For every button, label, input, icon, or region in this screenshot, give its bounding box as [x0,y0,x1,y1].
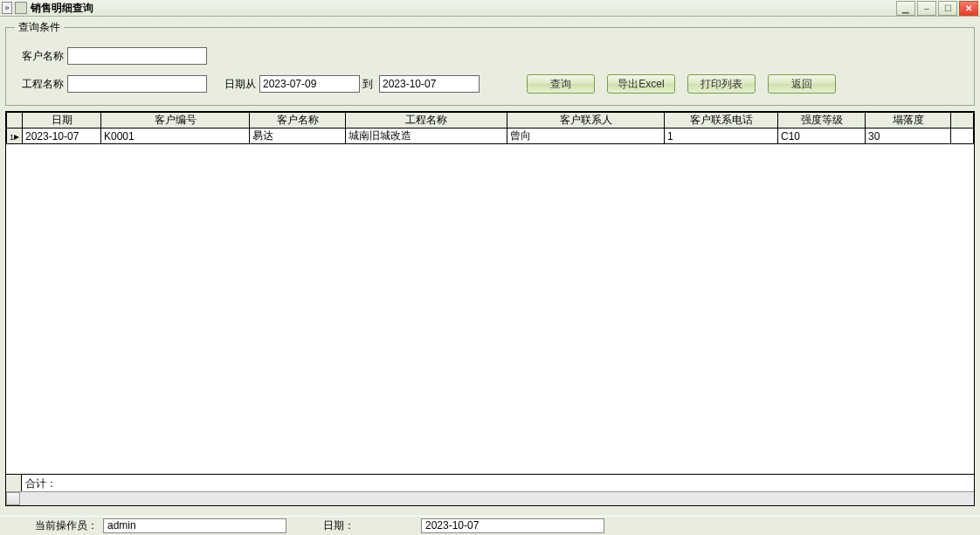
date-to-label: 到 [360,77,379,92]
date-to-input[interactable] [379,75,480,93]
query-legend: 查询条件 [15,20,64,35]
expand-panel-button[interactable]: » [2,2,12,14]
customer-name-input[interactable] [67,47,207,65]
operator-label: 当前操作员： [35,518,98,533]
col-date[interactable]: 日期 [23,113,101,129]
table-row[interactable]: 1▸ 2023-10-07 K0001 易达 城南旧城改造 曾向 1 C10 3… [7,129,974,144]
cell-phone[interactable]: 1 [665,129,778,144]
status-date-label: 日期： [323,518,355,533]
back-button[interactable]: 返回 [768,74,836,94]
col-slump[interactable]: 塌落度 [866,113,951,129]
grid-table: 日期 客户编号 客户名称 工程名称 客户联系人 客户联系电话 强度等级 塌落度 … [6,112,974,144]
project-name-label: 工程名称 [15,77,67,92]
footer-row-header [6,475,22,491]
col-tail [951,113,974,129]
cell-customer-name[interactable]: 易达 [250,129,346,144]
status-date-value: 2023-10-07 [421,518,604,533]
grid-header-row: 日期 客户编号 客户名称 工程名称 客户联系人 客户联系电话 强度等级 塌落度 [7,113,974,129]
col-phone[interactable]: 客户联系电话 [665,113,778,129]
window-controls: ▁ – ☐ ✕ [894,1,978,16]
footer-sum-label: 合计： [22,475,974,491]
project-name-input[interactable] [67,75,207,93]
print-list-button[interactable]: 打印列表 [687,74,756,94]
horizontal-scrollbar[interactable] [6,491,974,505]
cell-project[interactable]: 城南旧城改造 [346,129,507,144]
query-conditions-fieldset: 查询条件 客户名称 工程名称 日期从 到 查询 导出Excel 打印列表 返回 [5,20,975,106]
col-customer-name[interactable]: 客户名称 [250,113,346,129]
minimize-button-2[interactable]: – [917,1,936,16]
maximize-button[interactable]: ☐ [938,1,957,16]
status-bar: 当前操作员： admin 日期： 2023-10-07 [0,516,980,535]
cell-date[interactable]: 2023-10-07 [23,129,101,144]
operator-value: admin [103,518,286,533]
row-selector-header [7,113,23,129]
col-grade[interactable]: 强度等级 [778,113,866,129]
search-button[interactable]: 查询 [527,74,595,94]
date-from-input[interactable] [259,75,360,93]
data-grid[interactable]: 日期 客户编号 客户名称 工程名称 客户联系人 客户联系电话 强度等级 塌落度 … [5,111,975,506]
scroll-left-button[interactable] [6,492,20,505]
titlebar: » 销售明细查询 ▁ – ☐ ✕ [0,0,980,17]
date-from-label: 日期从 [224,77,259,92]
col-project-name[interactable]: 工程名称 [346,113,507,129]
export-excel-button[interactable]: 导出Excel [607,74,675,94]
close-button[interactable]: ✕ [959,1,978,16]
col-contact[interactable]: 客户联系人 [507,113,665,129]
cell-slump[interactable]: 30 [866,129,951,144]
grid-footer-row: 合计： [6,474,974,491]
window-icon [15,2,27,14]
col-customer-no[interactable]: 客户编号 [101,113,250,129]
cell-tail [951,129,974,144]
row-indicator: 1▸ [7,129,23,144]
cell-customer-no[interactable]: K0001 [101,129,250,144]
cell-grade[interactable]: C10 [778,129,866,144]
window-title: 销售明细查询 [31,1,894,16]
customer-name-label: 客户名称 [15,49,67,64]
minimize-button[interactable]: ▁ [896,1,915,16]
cell-contact[interactable]: 曾向 [507,129,665,144]
